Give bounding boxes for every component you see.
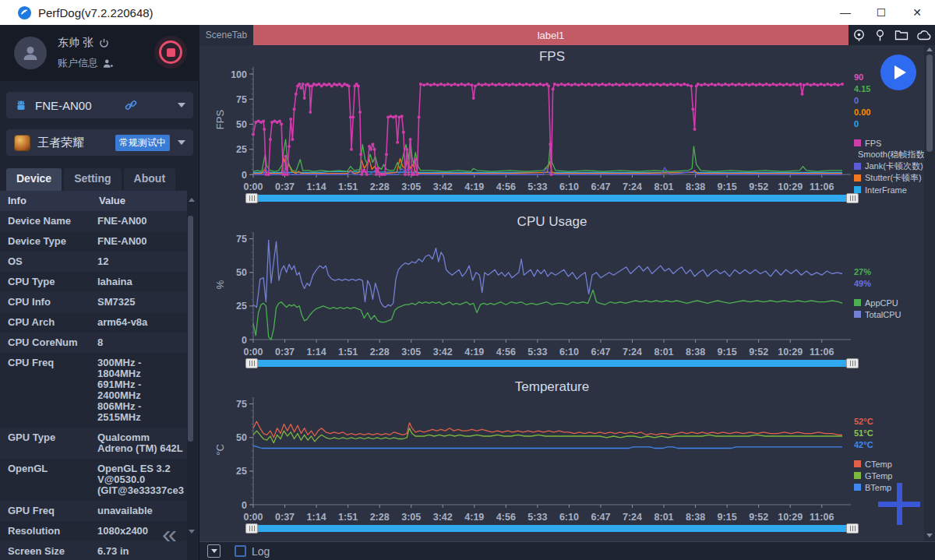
legend-item[interactable]: GTemp (854, 470, 924, 481)
legend-item[interactable]: Stutter(卡顿率) (854, 172, 924, 184)
y-tick-label: 0 (242, 335, 247, 346)
slider-handle-left[interactable] (245, 523, 258, 534)
slider-handle-right[interactable] (846, 523, 859, 534)
table-row[interactable]: CPU InfoSM7325 (0, 292, 187, 312)
legend-swatch (854, 484, 861, 491)
tab-setting[interactable]: Setting (64, 168, 121, 191)
x-tick-label: 6:47 (591, 512, 610, 523)
x-tick-label: 1:51 (338, 181, 358, 192)
table-row[interactable]: Device NameFNE-AN00 (0, 211, 187, 231)
stop-record-button[interactable] (154, 36, 187, 69)
sidebar-scrollbar-thumb[interactable] (188, 216, 193, 442)
table-row[interactable]: Screen Size6.73 in (0, 541, 187, 560)
play-button[interactable] (880, 55, 916, 90)
device-selector[interactable]: FNE-AN00 (6, 92, 193, 118)
y-tick-label: 75 (236, 399, 247, 410)
scroll-down-icon[interactable] (189, 530, 195, 534)
slider-track[interactable] (254, 360, 850, 367)
x-tick-label: 1:51 (338, 512, 358, 523)
legend-label: AppCPU (865, 298, 898, 308)
current-value: 42°C (854, 439, 924, 451)
legend-item[interactable]: FPS (854, 137, 924, 149)
scroll-up-icon[interactable] (926, 48, 933, 51)
scene-tab-bar: SceneTab label1 (199, 25, 935, 45)
title-bar: PerfDog(v7.2.220648) — ☐ ✕ (0, 0, 935, 25)
person-add-icon[interactable] (103, 58, 114, 69)
slider-track[interactable] (254, 525, 850, 532)
x-tick-label: 9:15 (718, 512, 737, 523)
maximize-icon[interactable]: ☐ (863, 0, 899, 25)
content-scrollbar-thumb[interactable] (926, 55, 933, 152)
cloud-icon[interactable] (916, 30, 932, 41)
table-row[interactable]: OS12 (0, 252, 187, 272)
chart-title: FPS (253, 49, 851, 65)
x-tick-label: 5:33 (527, 512, 547, 523)
content-scrollbar[interactable] (924, 45, 935, 541)
label1-tab[interactable]: label1 (253, 25, 849, 45)
slider-handle-right[interactable] (846, 193, 859, 203)
legend-item[interactable]: TotalCPU (854, 308, 924, 320)
legend-item[interactable]: AppCPU (854, 297, 924, 308)
table-row[interactable]: CPU CoreNum8 (0, 333, 187, 353)
y-tick-label: 50 (236, 432, 247, 443)
slider-handle-right[interactable] (846, 358, 859, 368)
legend-swatch (854, 163, 861, 170)
temperature-range-slider[interactable] (245, 523, 859, 534)
collapse-sidebar-icon[interactable]: « (162, 520, 177, 547)
table-body: Device NameFNE-AN00Device TypeFNE-AN00OS… (0, 211, 187, 560)
folder-icon[interactable] (894, 29, 909, 41)
fps-range-slider[interactable] (245, 193, 859, 204)
slider-track[interactable] (254, 195, 850, 202)
info-cell: CPU Type (0, 272, 91, 292)
table-row[interactable]: GPU TypeQualcomm Adreno (TM) 642L (0, 428, 187, 459)
legend-item[interactable]: Jank(卡顿次数) (854, 160, 924, 172)
dropdown-icon[interactable] (207, 544, 221, 558)
table-row[interactable]: CPU Typelahaina (0, 272, 187, 292)
legend-item[interactable]: CTemp (854, 458, 924, 470)
table-row[interactable]: GPU Frequnavailable (0, 501, 187, 521)
account-info-label[interactable]: 账户信息 (58, 56, 98, 70)
sidebar-tabs: Device Setting About (6, 168, 175, 191)
tab-about[interactable]: About (124, 168, 175, 191)
scene-tab[interactable]: SceneTab (199, 25, 253, 45)
cpu-range-slider[interactable] (245, 358, 859, 369)
pin-icon[interactable] (873, 29, 887, 42)
location-icon[interactable] (852, 29, 866, 42)
charts-area: FPS FPS 02550751000:000:371:141:512:283:… (199, 45, 924, 541)
legend-item[interactable]: Smooth(稳帧指数) (854, 149, 924, 160)
y-tick-label: 25 (236, 466, 247, 477)
app-selector[interactable]: 王者荣耀 常规测试中 (6, 129, 193, 156)
minimize-icon[interactable]: — (827, 0, 863, 25)
avatar[interactable] (14, 37, 47, 69)
slider-handle-left[interactable] (245, 193, 258, 203)
table-row[interactable]: OpenGLOpenGL ES 3.2 V@0530.0 (GIT@3e3333… (0, 459, 187, 501)
chevron-down-icon[interactable] (178, 140, 185, 145)
log-checkbox[interactable] (235, 545, 246, 557)
close-icon[interactable]: ✕ (899, 0, 935, 25)
power-icon[interactable] (99, 38, 109, 48)
table-row[interactable]: Resolution1080x2400 (0, 521, 187, 541)
chevron-down-icon[interactable] (178, 103, 185, 107)
link-icon[interactable] (124, 98, 138, 112)
scroll-up-icon[interactable] (189, 198, 195, 202)
table-row[interactable]: Device TypeFNE-AN00 (0, 231, 187, 252)
table-row[interactable]: CPU Archarm64-v8a (0, 312, 187, 333)
x-tick-label: 6:47 (591, 181, 610, 192)
current-value: 51°C (854, 428, 924, 439)
table-header: Info Value (0, 191, 187, 211)
y-tick-label: 50 (236, 267, 247, 278)
current-value: 0.00 (854, 107, 924, 118)
tab-device[interactable]: Device (6, 168, 62, 191)
x-tick-label: 8:01 (654, 347, 674, 357)
legend-label: TotalCPU (865, 310, 901, 319)
slider-handle-left[interactable] (245, 358, 258, 368)
legend-swatch (854, 460, 861, 467)
x-tick-label: 4:19 (464, 347, 484, 357)
y-tick-label: 0 (242, 170, 247, 181)
user-area: 东帅 张 账户信息 (0, 25, 199, 81)
scroll-down-icon[interactable] (926, 534, 933, 537)
add-chart-button[interactable] (878, 483, 920, 525)
legend-item[interactable]: InterFrame (854, 184, 924, 195)
legend-label: FPS (865, 139, 881, 148)
table-row[interactable]: CPU Freq300MHz - 1804MHz 691MHz - 2400MH… (0, 353, 187, 428)
